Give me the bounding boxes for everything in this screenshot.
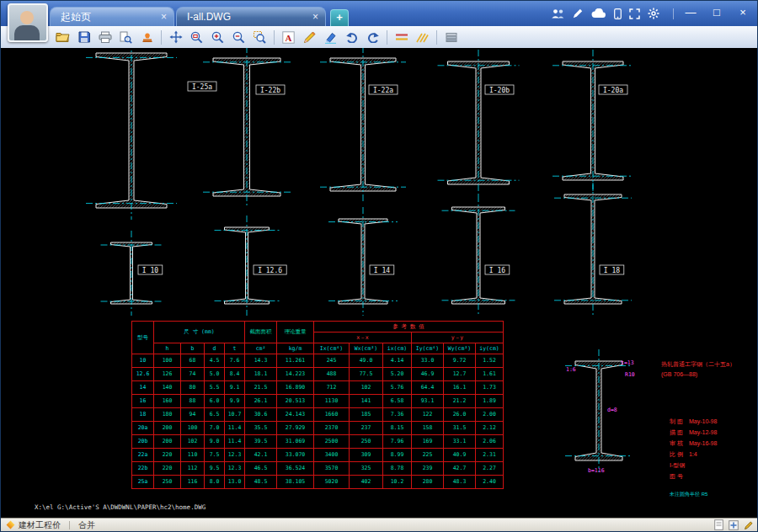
- table-cell: 2.27: [476, 462, 504, 476]
- app-window: 起始页 × I-all.DWG × + — □ × A I-25aI-22bI-…: [0, 0, 758, 532]
- text-annotate-button[interactable]: A: [279, 28, 298, 46]
- save-button[interactable]: [74, 28, 93, 46]
- table-cell: 9.5: [205, 462, 225, 476]
- svg-text:I 12.6: I 12.6: [258, 267, 282, 274]
- table-cell: 140: [154, 381, 181, 395]
- print-button[interactable]: [95, 28, 115, 46]
- table-cell: 245: [314, 354, 350, 368]
- toolbar-divider: [387, 30, 387, 45]
- table-cell: 712: [314, 381, 350, 395]
- dimension-label: d=8: [607, 407, 617, 413]
- table-cell: 10.2: [383, 476, 412, 489]
- add-button[interactable]: [729, 520, 739, 530]
- table-cell: 22a: [132, 449, 154, 462]
- redo-button[interactable]: [363, 28, 382, 46]
- table-cell: 48.5: [245, 476, 277, 489]
- cad-viewport[interactable]: I-25aI-22bI-22aI-20bI-20aI 10I 12.6I 14I…: [1, 48, 758, 519]
- pencil-button[interactable]: [300, 28, 319, 46]
- close-button[interactable]: ×: [734, 1, 752, 26]
- cloud-button[interactable]: [591, 8, 606, 19]
- pan-button[interactable]: [166, 28, 185, 46]
- users-button[interactable]: [551, 8, 565, 19]
- table-cell: 参 考 数 值: [314, 322, 504, 332]
- table-cell: 2370: [314, 422, 350, 435]
- tab-i-all-dwg[interactable]: I-all.DWG ×: [176, 7, 326, 26]
- table-row: 10100684.57.614.311.26124549.04.1433.09.…: [132, 354, 504, 368]
- svg-text:I-20b: I-20b: [489, 87, 510, 94]
- table-cell: 141: [350, 395, 383, 408]
- table-cell: 239: [412, 462, 444, 476]
- table-cell: 18: [132, 408, 154, 422]
- table-cell: iy(cm): [476, 343, 504, 354]
- fullscreen-button[interactable]: [629, 8, 640, 19]
- settings-button[interactable]: [648, 8, 659, 19]
- page-button[interactable]: [714, 519, 723, 530]
- table-cell: 7.5: [205, 449, 225, 462]
- table-cell: 16.1: [444, 381, 476, 395]
- table-cell: 尺 寸 (mm): [154, 322, 245, 343]
- zoom-in-button[interactable]: [208, 28, 227, 46]
- table-cell: Ix(cm⁴): [314, 343, 350, 354]
- user-avatar[interactable]: [8, 3, 48, 42]
- highlighter-icon: [324, 31, 337, 44]
- print-preview-icon: [120, 31, 132, 44]
- table-row: 20b2001029.011.439.531.06925002507.96169…: [132, 435, 504, 449]
- merge-button[interactable]: 合并: [78, 519, 95, 531]
- title-block-line: 描 图 May-12-98: [670, 429, 718, 436]
- new-tab-button[interactable]: +: [330, 9, 349, 26]
- measure-button[interactable]: [392, 28, 411, 46]
- close-tab-icon[interactable]: ×: [312, 12, 318, 22]
- table-cell: 8.0: [205, 476, 225, 489]
- table-cell: 220: [154, 449, 181, 462]
- layers-icon: [445, 32, 458, 43]
- table-cell: 9.0: [205, 435, 225, 449]
- hatch-button[interactable]: [413, 28, 432, 46]
- table-row: 22a2201107.512.342.133.07034003098.99225…: [132, 449, 504, 462]
- table-cell: 8.78: [383, 462, 412, 476]
- table-cell: 12.3: [225, 462, 245, 476]
- dimension-label: 1:6: [566, 366, 576, 373]
- table-cell: 型号: [132, 322, 154, 354]
- close-tab-icon[interactable]: ×: [161, 12, 167, 22]
- table-cell: 325: [350, 462, 383, 476]
- maximize-button[interactable]: □: [707, 1, 726, 26]
- print-preview-button[interactable]: [116, 28, 136, 46]
- table-cell: 1.52: [476, 354, 504, 368]
- undo-button[interactable]: [342, 28, 361, 46]
- table-cell: 6.0: [205, 395, 225, 408]
- table-cell: 22b: [132, 462, 154, 476]
- table-cell: 68: [181, 354, 205, 368]
- undo-icon: [345, 32, 359, 43]
- zoom-window-button[interactable]: [250, 28, 270, 46]
- table-cell: Wx(cm³): [350, 343, 383, 354]
- table-cell: h: [154, 343, 181, 354]
- table-cell: 8.4: [225, 368, 245, 381]
- mobile-button[interactable]: [614, 8, 622, 19]
- table-cell: 46.9: [412, 368, 444, 381]
- zoom-out-button[interactable]: [229, 28, 248, 46]
- minimize-button[interactable]: —: [681, 1, 700, 26]
- beam-label: I 18: [600, 265, 624, 274]
- table-cell: 488: [314, 368, 350, 381]
- app-name-label[interactable]: 建材工程价: [19, 519, 61, 531]
- zoom-in-icon: [211, 31, 224, 44]
- layers-button[interactable]: [441, 28, 461, 46]
- table-cell: 237: [350, 422, 383, 435]
- open-button[interactable]: [53, 28, 72, 46]
- highlighter-button[interactable]: [321, 28, 340, 46]
- avatar-head-icon: [20, 11, 34, 24]
- beam-label: I-20b: [485, 85, 514, 94]
- share-pen-button[interactable]: [573, 8, 584, 19]
- detail-title-line: 热轧普通工字钢（二十五a）: [661, 360, 735, 368]
- table-cell: 42.1: [245, 449, 277, 462]
- tab-start-page[interactable]: 起始页 ×: [50, 7, 174, 26]
- draw-button[interactable]: [744, 520, 754, 530]
- beam-label: I-22a: [369, 85, 398, 94]
- table-cell: 26.1: [245, 395, 277, 408]
- table-cell: 200: [154, 435, 181, 449]
- beam-label: I-20a: [599, 85, 627, 94]
- detail-title-line: (GB 706—88): [661, 371, 697, 378]
- table-row: 14140805.59.121.516.8907121025.7664.416.…: [132, 381, 504, 395]
- stamp-button[interactable]: [137, 28, 157, 46]
- zoom-extents-button[interactable]: [187, 28, 206, 46]
